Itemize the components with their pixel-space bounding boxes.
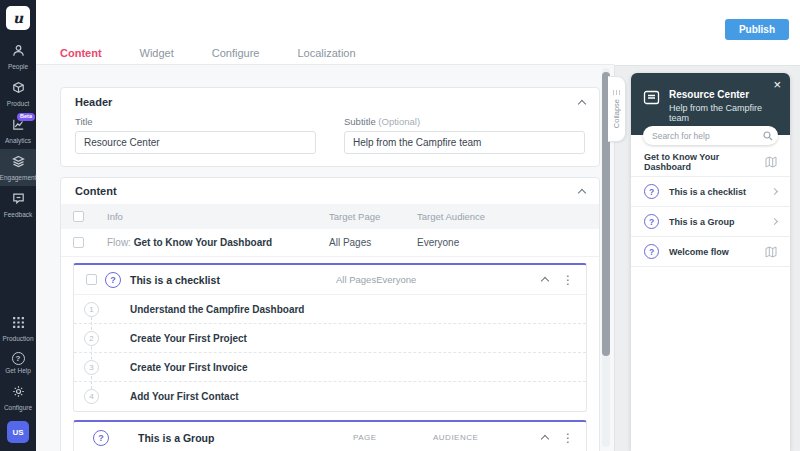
row-checkbox[interactable] [86, 274, 97, 285]
collapse-label: Collapse [612, 99, 621, 128]
preview-search[interactable] [643, 126, 778, 145]
flow-row[interactable]: Flow: Get to Know Your Dashboard All Pag… [61, 229, 599, 257]
preview-item-checklist[interactable]: This is a checklist [631, 177, 790, 207]
select-all-checkbox[interactable] [73, 211, 84, 222]
preview-panel: Resource Center Help from the Campfire t… [614, 65, 800, 451]
resource-center-preview: Resource Center Help from the Campfire t… [631, 73, 790, 451]
column-audience: AUDIENCE [433, 433, 542, 442]
preview-header: Resource Center Help from the Campfire t… [631, 73, 790, 135]
content-scroll-area: Header Title Subtitle (Optional) [36, 64, 614, 451]
tab-bar: Content Widget Configure Localization [36, 0, 614, 70]
drag-grip-icon [613, 90, 620, 95]
grid-icon [12, 315, 25, 333]
question-circle-icon [644, 244, 659, 259]
close-icon[interactable] [773, 78, 781, 91]
checklist-target-meta: All PagesEveryone [336, 274, 416, 285]
question-circle-icon [105, 272, 121, 288]
question-circle-icon [644, 184, 659, 199]
header-card-title: Header [75, 96, 112, 108]
checklist-item[interactable]: 2 Create Your First Project [74, 324, 586, 353]
sidebar-item-product[interactable]: Product [0, 75, 36, 112]
preview-title: Resource Center [669, 89, 778, 100]
collapse-panel-toggle[interactable]: Collapse [608, 76, 626, 142]
sidebar-item-analytics[interactable]: Beta Analytics [0, 112, 36, 149]
flow-row-page: All Pages [329, 237, 417, 248]
map-icon [765, 156, 777, 168]
collapse-chevron-icon[interactable] [541, 435, 549, 443]
sidebar-item-feedback[interactable]: Feedback [0, 186, 36, 223]
subtitle-field-group: Subtitle (Optional) [344, 116, 585, 154]
preview-header-text: Resource Center Help from the Campfire t… [669, 89, 778, 123]
sidebar-item-get-help[interactable]: Get Help [0, 347, 36, 379]
group-header[interactable]: This is a Group PAGE AUDIENCE [74, 422, 586, 451]
group-card: This is a Group PAGE AUDIENCE [73, 420, 587, 451]
people-icon [12, 43, 25, 61]
sidebar-item-label: Analytics [5, 137, 31, 144]
sidebar-item-label: Production [2, 335, 33, 342]
step-number-badge: 3 [84, 360, 99, 375]
chevron-right-icon [772, 189, 777, 194]
sidebar-item-engagement[interactable]: Engagement [0, 149, 36, 186]
map-icon [765, 246, 777, 258]
sidebar-item-production[interactable]: Production [0, 310, 36, 347]
checklist-item[interactable]: 4 Add Your First Contact [74, 382, 586, 411]
subtitle-input[interactable] [344, 131, 585, 154]
sidebar-item-label: Feedback [4, 211, 33, 218]
kebab-menu-icon[interactable] [562, 274, 574, 286]
row-checkbox[interactable] [73, 237, 84, 248]
collapse-chevron-icon[interactable] [578, 188, 586, 196]
sidebar-item-label: Engagement [0, 174, 36, 181]
app-window: u People Product Beta [0, 0, 800, 451]
sidebar-item-people[interactable]: People [0, 38, 36, 75]
userpilot-logo[interactable]: u [6, 6, 30, 30]
optional-hint: (Optional) [378, 116, 420, 127]
preview-subtitle: Help from the Campfire team [669, 103, 778, 123]
title-field-label: Title [75, 116, 316, 127]
beta-badge: Beta [17, 113, 35, 121]
collapse-chevron-icon[interactable] [578, 99, 586, 107]
sidebar-item-label: People [8, 63, 28, 70]
publish-button[interactable]: Publish [725, 19, 789, 40]
search-input[interactable] [652, 131, 763, 141]
sidebar: u People Product Beta [0, 0, 36, 451]
header-card: Header Title Subtitle (Optional) [60, 87, 600, 167]
content-card: Content Info Target Page Target Audience… [60, 177, 600, 451]
flow-row-name: Flow: Get to Know Your Dashboard [107, 237, 329, 248]
content-table-header: Info Target Page Target Audience [61, 204, 599, 229]
step-number-badge: 1 [84, 302, 99, 317]
search-icon [763, 127, 773, 145]
step-number-badge: 4 [84, 389, 99, 404]
user-avatar[interactable]: US [7, 421, 29, 443]
question-circle-icon [644, 214, 659, 229]
column-info: Info [107, 211, 329, 222]
subtitle-field-label: Subtitle (Optional) [344, 116, 585, 127]
layers-icon [12, 154, 25, 172]
question-circle-icon [93, 430, 109, 446]
column-target-audience: Target Audience [417, 211, 585, 222]
chevron-right-icon [772, 219, 777, 224]
main-panel: Content Widget Configure Localization He… [36, 0, 614, 451]
box-icon [12, 80, 25, 98]
kebab-menu-icon[interactable] [562, 432, 574, 444]
chat-bubble-icon [12, 191, 25, 209]
sidebar-item-label: Product [7, 100, 29, 107]
preview-item-welcome-flow[interactable]: Welcome flow [631, 237, 790, 267]
gear-icon [12, 384, 25, 402]
checklist-header[interactable]: This is a checklist All PagesEveryone [74, 265, 586, 295]
flow-row-audience: Everyone [417, 237, 585, 248]
preview-item-flow[interactable]: Get to Know Your Dashboard [631, 147, 790, 177]
column-target-page: Target Page [329, 211, 417, 222]
checklist-title: This is a checklist [130, 274, 336, 286]
step-number-badge: 2 [84, 331, 99, 346]
checklist-items: 1 Understand the Campfire Dashboard 2 Cr… [74, 295, 586, 411]
title-input[interactable] [75, 131, 316, 154]
sidebar-item-label: Configure [4, 404, 32, 411]
title-field-group: Title [75, 116, 316, 154]
checklist-item[interactable]: 3 Create Your First Invoice [74, 353, 586, 382]
sidebar-item-configure[interactable]: Configure [0, 379, 36, 416]
preview-item-group[interactable]: This is a Group [631, 207, 790, 237]
question-circle-icon [12, 352, 25, 365]
book-icon [643, 89, 660, 110]
collapse-chevron-icon[interactable] [541, 277, 549, 285]
checklist-item[interactable]: 1 Understand the Campfire Dashboard [74, 295, 586, 324]
